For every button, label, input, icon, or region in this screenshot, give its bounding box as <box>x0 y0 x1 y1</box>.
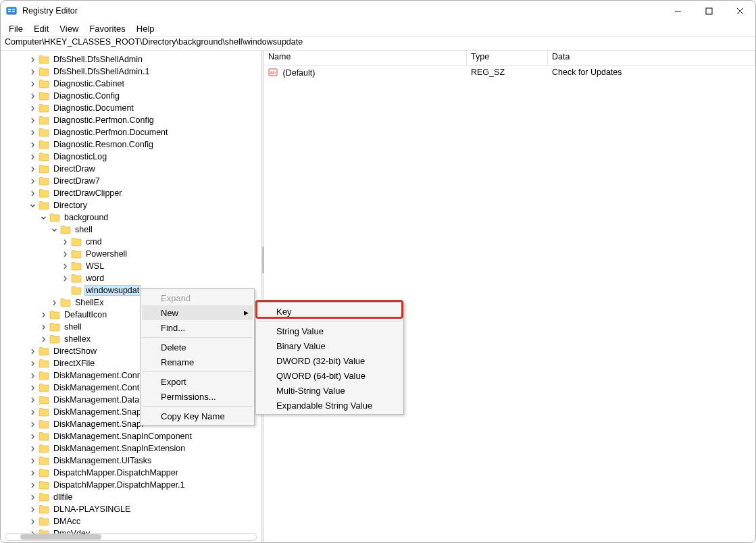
col-header-type[interactable]: Type <box>467 51 548 65</box>
expand-toggle[interactable] <box>28 444 37 453</box>
menu-file[interactable]: File <box>3 22 28 35</box>
sub-multistring[interactable]: Multi-String Value <box>257 383 402 398</box>
tree-item-diskmanagement-uitasks[interactable]: DiskManagement.UITasks <box>28 455 261 467</box>
tree-item-dfsshell-dfsshelladmin[interactable]: DfsShell.DfsShellAdmin <box>28 53 261 66</box>
expand-toggle[interactable] <box>28 176 37 186</box>
ctx-delete[interactable]: Delete <box>142 340 253 355</box>
expand-toggle[interactable] <box>28 432 37 441</box>
tree-item-dmacc[interactable]: DMAcc <box>28 515 261 527</box>
expand-toggle[interactable] <box>28 480 37 490</box>
expand-toggle[interactable] <box>28 505 37 514</box>
menu-view[interactable]: View <box>54 22 84 35</box>
expand-toggle[interactable] <box>28 67 37 76</box>
tree-item-diagnostic-perfmon-config[interactable]: Diagnostic.Perfmon.Config <box>28 114 261 126</box>
sub-expandable[interactable]: Expandable String Value <box>257 398 402 413</box>
tree-item-diskmanagement-snapincomponent[interactable]: DiskManagement.SnapInComponent <box>28 430 261 442</box>
value-name: (Default) <box>282 68 315 78</box>
tree-item-diagnostic-resmon-config[interactable]: Diagnostic.Resmon.Config <box>28 138 261 151</box>
tree-item-word[interactable]: word <box>60 272 261 284</box>
expand-toggle[interactable] <box>28 152 37 161</box>
minimize-button[interactable] <box>662 1 693 21</box>
values-pane: Name Type Data ab (Default) REG_SZ Check… <box>264 51 755 542</box>
value-row[interactable]: ab (Default) REG_SZ Check for Updates <box>264 66 755 79</box>
tree-item-directdraw7[interactable]: DirectDraw7 <box>28 175 261 187</box>
close-button[interactable] <box>724 1 755 21</box>
ctx-rename[interactable]: Rename <box>142 355 253 369</box>
expand-toggle[interactable] <box>39 322 48 332</box>
tree-item-powershell[interactable]: Powershell <box>60 248 261 260</box>
tree-item-diagnostic-document[interactable]: Diagnostic.Document <box>28 102 261 114</box>
expand-toggle[interactable] <box>28 383 37 392</box>
tree-item-diagnostic-cabinet[interactable]: Diagnostic.Cabinet <box>28 78 261 90</box>
address-bar[interactable]: Computer\HKEY_CLASSES_ROOT\Directory\bac… <box>1 36 755 51</box>
expand-toggle[interactable] <box>28 395 37 405</box>
tree-item-dispatchmapper-dispatchmapper-1[interactable]: DispatchMapper.DispatchMapper.1 <box>28 479 261 491</box>
ctx-permissions[interactable]: Permissions... <box>142 389 253 404</box>
horizontal-scrollbar[interactable] <box>5 533 257 541</box>
expand-toggle[interactable] <box>60 237 70 247</box>
sub-binary[interactable]: Binary Value <box>257 338 402 353</box>
ctx-export[interactable]: Export <box>142 374 253 389</box>
sub-dword[interactable]: DWORD (32-bit) Value <box>257 353 402 368</box>
menu-edit[interactable]: Edit <box>28 22 54 35</box>
splitter[interactable] <box>261 51 264 542</box>
tree-item-diagnostic-perfmon-document[interactable]: Diagnostic.Perfmon.Document <box>28 126 261 138</box>
expand-toggle[interactable] <box>28 140 37 149</box>
sub-string[interactable]: String Value <box>257 324 402 338</box>
expand-toggle[interactable] <box>28 128 37 137</box>
expand-toggle[interactable] <box>28 517 37 526</box>
window-title: Registry Editor <box>22 6 662 16</box>
expand-toggle[interactable] <box>28 456 37 465</box>
expand-toggle[interactable] <box>28 346 37 356</box>
tree-item-diskmanagement-snapinextension[interactable]: DiskManagement.SnapInExtension <box>28 442 261 455</box>
expand-toggle[interactable] <box>49 298 59 307</box>
tree-item-cmd[interactable]: cmd <box>60 236 261 248</box>
expand-toggle[interactable] <box>28 468 37 477</box>
tree-item-directory[interactable]: Directory <box>28 199 261 211</box>
expand-toggle[interactable] <box>28 371 37 380</box>
tree-item-directdraw[interactable]: DirectDraw <box>28 163 261 175</box>
expand-toggle[interactable] <box>49 225 59 234</box>
expand-toggle[interactable] <box>28 79 37 88</box>
ctx-copy-key-name[interactable]: Copy Key Name <box>142 409 253 423</box>
tree-item-background[interactable]: background <box>39 211 261 224</box>
tree-item-shell[interactable]: shell <box>49 224 261 236</box>
menu-help[interactable]: Help <box>131 22 160 35</box>
tree-item-directdrawclipper[interactable]: DirectDrawClipper <box>28 187 261 199</box>
expand-toggle[interactable] <box>39 310 48 319</box>
ctx-find[interactable]: Find... <box>142 320 253 335</box>
col-header-data[interactable]: Data <box>548 51 755 65</box>
tree-label: DirectXFile <box>52 359 96 368</box>
tree-item-diagnostic-config[interactable]: Diagnostic.Config <box>28 90 261 102</box>
tree-item-dlna-playsingle[interactable]: DLNA-PLAYSINGLE <box>28 503 261 515</box>
tree-item-wsl[interactable]: WSL <box>60 260 261 272</box>
expand-toggle[interactable] <box>28 91 37 101</box>
tree-item-diagnosticlog[interactable]: DiagnosticLog <box>28 151 261 163</box>
folder-icon <box>71 237 82 247</box>
expand-toggle[interactable] <box>28 201 37 210</box>
expand-toggle[interactable] <box>28 115 37 125</box>
tree-item-dispatchmapper-dispatchmapper[interactable]: DispatchMapper.DispatchMapper <box>28 467 261 479</box>
expand-toggle[interactable] <box>28 103 37 113</box>
expand-toggle[interactable] <box>28 164 37 174</box>
tree-label: shell <box>63 322 83 332</box>
expand-toggle[interactable] <box>28 492 37 502</box>
ctx-new[interactable]: New▶ <box>142 305 253 320</box>
expand-toggle[interactable] <box>60 274 70 283</box>
expand-toggle[interactable] <box>60 249 70 259</box>
menu-favorites[interactable]: Favorites <box>84 22 130 35</box>
expand-toggle[interactable] <box>28 188 37 198</box>
maximize-button[interactable] <box>693 1 724 21</box>
expand-toggle[interactable] <box>28 55 37 64</box>
sub-qword[interactable]: QWORD (64-bit) Value <box>257 368 402 383</box>
expand-toggle[interactable] <box>39 334 48 344</box>
expand-toggle[interactable] <box>28 419 37 429</box>
tree-item-dfsshell-dfsshelladmin-1[interactable]: DfsShell.DfsShellAdmin.1 <box>28 66 261 78</box>
expand-toggle[interactable] <box>60 261 70 271</box>
expand-toggle[interactable] <box>28 359 37 368</box>
tree-item-dllfile[interactable]: dllfile <box>28 491 261 503</box>
col-header-name[interactable]: Name <box>264 51 467 65</box>
expand-toggle[interactable] <box>28 407 37 417</box>
expand-toggle[interactable] <box>39 213 48 222</box>
tree-label: Powershell <box>84 249 128 259</box>
